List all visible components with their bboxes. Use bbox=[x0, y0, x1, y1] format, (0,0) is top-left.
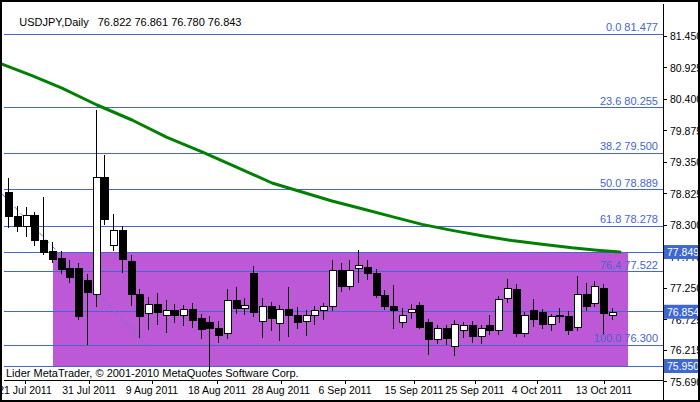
candle-bull bbox=[460, 326, 467, 330]
candle-bear bbox=[101, 178, 108, 219]
candle-bull bbox=[574, 295, 581, 327]
date-tick-label: 4 Oct 2011 bbox=[512, 384, 563, 396]
date-tick-label: 18 Aug 2011 bbox=[188, 384, 246, 396]
candle-bear bbox=[198, 319, 205, 330]
date-tick-label: 25 Sep 2011 bbox=[446, 384, 505, 396]
candle-bull bbox=[320, 307, 327, 311]
date-tick-label: 28 Aug 2011 bbox=[252, 384, 310, 396]
candle-bull bbox=[355, 265, 362, 268]
candle-bull bbox=[93, 178, 100, 295]
candle-bull bbox=[434, 328, 441, 339]
price-tick-label: 80.925 bbox=[670, 62, 700, 74]
candle-bear bbox=[250, 273, 257, 313]
fibonacci-label: 38.2 79.500 bbox=[600, 140, 658, 152]
candle-bull bbox=[478, 328, 485, 336]
candle-bear bbox=[40, 240, 47, 253]
candle-bull bbox=[346, 270, 353, 286]
candle-bear bbox=[5, 192, 12, 216]
price-tick-label: 78.300 bbox=[670, 219, 700, 231]
candle-bull bbox=[548, 317, 555, 325]
candle-bear bbox=[49, 251, 56, 259]
price-tick-label: 76.215 bbox=[670, 344, 700, 356]
candle-bull bbox=[504, 288, 511, 298]
price-tick-label: 81.450 bbox=[670, 30, 700, 42]
candle-bull bbox=[495, 299, 502, 330]
price-tick-label: 78.825 bbox=[670, 188, 700, 200]
chart-window: USDJPY,Daily76.822 76.861 76.780 76.843 … bbox=[0, 0, 700, 402]
candle-bear bbox=[338, 270, 345, 286]
date-tick-label: 6 Sep 2011 bbox=[319, 384, 372, 396]
candle-bull bbox=[311, 310, 318, 315]
candle-bear bbox=[128, 261, 135, 294]
price-tick-label: 75.690 bbox=[670, 376, 700, 388]
candle-bear bbox=[443, 328, 450, 338]
price-tick-label: 80.400 bbox=[670, 93, 700, 105]
fibonacci-label: 50.0 78.889 bbox=[600, 177, 658, 189]
candle-bear bbox=[364, 267, 371, 274]
candle-bull bbox=[23, 215, 30, 226]
candle-bull bbox=[276, 310, 283, 324]
symbol-period-label: USDJPY,Daily bbox=[19, 16, 89, 28]
price-badge-label: 77.849 bbox=[667, 246, 699, 258]
candle-bull bbox=[224, 300, 231, 333]
ohlc-values-label: 76.822 76.861 76.780 76.843 bbox=[98, 16, 242, 28]
price-badge-label: 76.854 bbox=[667, 306, 699, 318]
fibonacci-label: 100.0 76.300 bbox=[594, 332, 658, 344]
candle-bear bbox=[31, 215, 38, 240]
candle-bear bbox=[565, 316, 572, 330]
candle-bear bbox=[171, 311, 178, 316]
price-badge-label: 75.950 bbox=[667, 360, 699, 372]
candle-bear bbox=[381, 296, 388, 306]
candle-bear bbox=[268, 307, 275, 319]
candle-bull bbox=[521, 316, 528, 333]
candle-bear bbox=[486, 326, 493, 331]
candle-bear bbox=[58, 259, 65, 270]
candle-bull bbox=[609, 312, 616, 315]
candle-bear bbox=[416, 305, 423, 327]
candle-bull bbox=[180, 310, 187, 316]
candle-bull bbox=[303, 316, 310, 321]
candle-bull bbox=[110, 230, 117, 245]
candle-bull bbox=[451, 324, 458, 346]
price-tick-label: 77.250 bbox=[670, 282, 700, 294]
candle-bear bbox=[119, 230, 126, 259]
candle-bull bbox=[145, 305, 152, 313]
date-tick-label: 21 Jul 2011 bbox=[2, 384, 52, 396]
copyright-label: Lider MetaTrader, © 2001-2010 MetaQuotes… bbox=[6, 367, 299, 379]
candle-bull bbox=[329, 270, 336, 307]
candle-bear bbox=[14, 216, 21, 226]
fibonacci-label: 0.0 81.477 bbox=[606, 21, 658, 33]
candle-bear bbox=[206, 322, 213, 328]
date-tick-label: 31 Jul 2011 bbox=[62, 384, 116, 396]
candle-bear bbox=[600, 289, 607, 314]
candle-bear bbox=[530, 310, 537, 320]
chart-canvas[interactable]: 0.0 81.47723.6 80.25538.2 79.50050.0 78.… bbox=[2, 2, 700, 402]
date-tick-label: 13 Oct 2011 bbox=[576, 384, 633, 396]
candle-bull bbox=[241, 305, 248, 308]
date-tick-label: 15 Sep 2011 bbox=[385, 384, 444, 396]
candle-bear bbox=[84, 280, 91, 292]
candle-bear bbox=[539, 313, 546, 325]
candle-bull bbox=[163, 311, 170, 315]
fibonacci-label: 23.6 80.255 bbox=[600, 95, 658, 107]
candle-bear bbox=[136, 294, 143, 317]
candle-bear bbox=[285, 310, 292, 315]
chart-title: USDJPY,Daily76.822 76.861 76.780 76.843 bbox=[7, 4, 241, 17]
candle-bull bbox=[556, 315, 563, 317]
candle-bull bbox=[259, 307, 266, 321]
candle-bear bbox=[373, 274, 380, 296]
candle-bear bbox=[469, 326, 476, 337]
candle-bull bbox=[591, 287, 598, 303]
candle-bear bbox=[189, 310, 196, 321]
candle-bear bbox=[390, 306, 397, 311]
candle-bear bbox=[294, 315, 301, 322]
date-tick-label: 9 Aug 2011 bbox=[126, 384, 179, 396]
candle-bear bbox=[583, 295, 590, 307]
fibonacci-label: 76.4 77.522 bbox=[600, 259, 658, 271]
fibonacci-label: 61.8 78.278 bbox=[600, 213, 658, 225]
candle-bear bbox=[425, 323, 432, 340]
candle-bear bbox=[75, 268, 82, 316]
price-tick-label: 79.350 bbox=[670, 156, 700, 168]
candle-bear bbox=[215, 328, 222, 335]
candle-bear bbox=[66, 268, 73, 278]
